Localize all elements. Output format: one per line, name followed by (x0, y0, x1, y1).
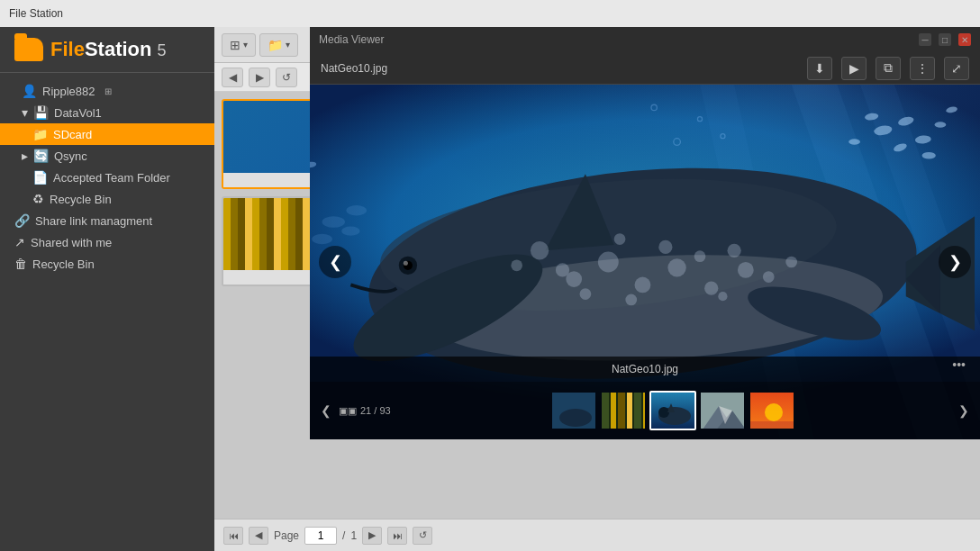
film-icon: ▣▣ (339, 405, 357, 417)
next-page-button[interactable]: ▶ (362, 527, 382, 545)
app-title: FileStation 5 (50, 38, 167, 61)
svg-point-52 (763, 271, 775, 283)
svg-point-87 (765, 403, 783, 421)
viewer-prev-button[interactable]: ❮ (319, 246, 351, 278)
close-icon: ✕ (961, 35, 968, 45)
qsync-expand-icon: ▸ (22, 149, 28, 163)
more-dots-icon: ••• (952, 357, 966, 372)
strip-thumb-1[interactable] (550, 391, 597, 430)
strip-thumb-4[interactable] (699, 391, 746, 430)
whale-shark-image: ❮ ❯ NatGeo10.jpg ••• ❮ (310, 85, 980, 439)
svg-point-40 (531, 241, 549, 259)
svg-point-55 (580, 288, 592, 300)
prev-page-button[interactable]: ◀ (249, 527, 268, 545)
app-logo-icon (14, 38, 43, 61)
svg-rect-72 (602, 393, 609, 430)
maximize-icon: □ (942, 35, 948, 45)
svg-rect-73 (611, 393, 616, 430)
viewer-close-button[interactable]: ✕ (958, 33, 971, 46)
svg-rect-77 (643, 393, 647, 430)
sidebar-item-sdcard[interactable]: 📁 SDcard (0, 123, 214, 145)
viewer-title: Media Viewer (319, 33, 384, 46)
svg-point-53 (511, 259, 522, 271)
user-icon: 👤 (22, 84, 37, 98)
minimize-icon: ─ (921, 35, 928, 45)
viewer-window-controls: ─ □ ✕ (919, 33, 971, 46)
shared-icon: ↗ (14, 235, 25, 249)
download-icon: ⬇ (814, 61, 825, 76)
drive-icon: 💾 (33, 105, 49, 120)
grid-icon: ⊞ (230, 38, 240, 52)
refresh-button[interactable]: ↺ (276, 68, 297, 87)
svg-rect-74 (618, 393, 625, 430)
add-button[interactable]: ⊞ ▾ (222, 33, 256, 57)
sidebar-item-user[interactable]: 👤 Ripple882 ⊞ (0, 80, 214, 102)
file-tree: 👤 Ripple882 ⊞ ▾ 💾 DataVol1 📁 SDcard ▸ 🔄 … (0, 73, 214, 282)
app-title-text: File Station (9, 7, 63, 20)
svg-point-61 (322, 216, 345, 228)
sidebar-item-accepted-team[interactable]: 📄 Accepted Team Folder (0, 167, 214, 188)
recycle-icon-2: 🗑 (14, 257, 27, 271)
filmstrip-prev-button[interactable]: ❮ (317, 402, 335, 420)
sidebar-item-recycle-bin[interactable]: 🗑 Recycle Bin (0, 253, 214, 275)
viewer-download-button[interactable]: ⬇ (807, 57, 832, 80)
refresh-page-button[interactable]: ↺ (413, 527, 432, 545)
svg-point-49 (694, 250, 706, 262)
forward-button[interactable]: ▶ (249, 68, 270, 87)
page-number-input[interactable] (304, 527, 337, 545)
svg-point-63 (312, 234, 332, 244)
sidebar-item-recycle-qsync[interactable]: ♻ Recycle Bin (0, 188, 214, 210)
sidebar-item-datavol1[interactable]: ▾ 💾 DataVol1 (0, 102, 214, 123)
svg-rect-88 (750, 421, 795, 430)
page-label: Page (274, 529, 299, 542)
refresh-icon: ↺ (282, 71, 291, 84)
drive-expand-icon: ▾ (22, 105, 28, 120)
app-name-file: File (50, 38, 85, 60)
sidebar-item-qsync[interactable]: ▸ 🔄 Qsync (0, 145, 214, 167)
viewer-toolbar: NatGeo10.jpg ⬇ ▶ ⧉ ⋮ ⤢ (310, 52, 980, 85)
fullscreen-icon: ⤢ (951, 61, 962, 76)
svg-point-51 (728, 244, 741, 257)
svg-point-46 (738, 262, 754, 278)
first-page-button[interactable]: ⏮ (223, 527, 243, 545)
more-dots-button[interactable]: ••• (952, 357, 966, 372)
sidebar-item-shared-with-me[interactable]: ↗ Shared with me (0, 231, 214, 253)
sidebar-item-share-link[interactable]: 🔗 Share link managment (0, 210, 214, 231)
svg-rect-75 (627, 393, 632, 430)
viewer-pip-button[interactable]: ⧉ (876, 57, 901, 80)
viewer-fullscreen-button[interactable]: ⤢ (944, 57, 969, 80)
last-page-button[interactable]: ⏭ (387, 527, 407, 545)
title-bar: File Station (0, 0, 980, 27)
total-pages-label: / (342, 529, 345, 542)
strip-thumb-3[interactable] (649, 391, 696, 430)
share-icon: 🔗 (14, 213, 30, 228)
filmstrip-next-button[interactable]: ❯ (955, 402, 973, 420)
sdcard-icon: 📁 (32, 127, 48, 141)
svg-point-56 (625, 294, 637, 306)
svg-point-60 (404, 261, 408, 266)
viewer-slideshow-button[interactable]: ▶ (841, 57, 867, 80)
back-icon: ◀ (229, 71, 237, 84)
add-folder-dropdown-icon: ▾ (286, 40, 290, 50)
more-icon: ⋮ (916, 61, 929, 76)
add-folder-icon: 📁 (268, 38, 283, 52)
total-pages-value: 1 (350, 529, 357, 542)
viewer-bottom-filename: NatGeo10.jpg (612, 363, 678, 375)
app-name-station: Station (85, 38, 152, 60)
viewer-maximize-button[interactable]: □ (939, 33, 951, 46)
forward-icon: ▶ (256, 71, 264, 84)
svg-rect-76 (634, 393, 641, 430)
svg-point-48 (658, 240, 672, 254)
user-badge-icon: ⊞ (104, 86, 112, 96)
viewer-next-button[interactable]: ❯ (939, 246, 971, 278)
strip-thumb-2[interactable] (600, 391, 647, 430)
svg-point-50 (556, 263, 569, 276)
add-dropdown-icon: ▾ (243, 40, 248, 50)
viewer-more-button[interactable]: ⋮ (910, 57, 935, 80)
back-button[interactable]: ◀ (222, 68, 243, 87)
svg-point-42 (598, 252, 619, 273)
strip-thumb-5[interactable] (749, 391, 795, 430)
add-folder-button[interactable]: 📁 ▾ (259, 33, 298, 57)
counter-value: 21 / 93 (360, 405, 391, 416)
viewer-minimize-button[interactable]: ─ (919, 33, 931, 46)
